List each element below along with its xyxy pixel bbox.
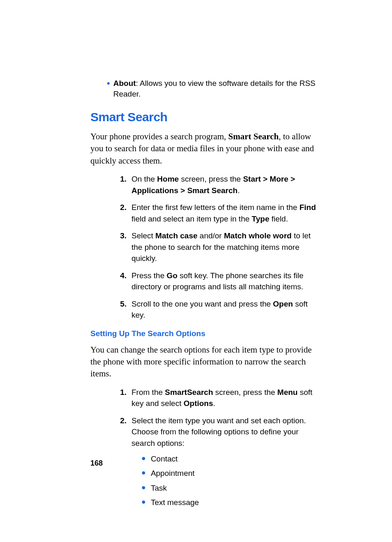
options-list: ●Contact ●Appointment ●Task ●Text messag… [131,453,318,508]
about-desc: : Allows you to view the software detail… [113,79,316,98]
intro-bold: Smart Search [228,131,279,141]
step-text: Select the item type you want and set ea… [131,415,318,512]
step-number: 3. [119,230,127,242]
step-text: Select Match case and/or Match whole wor… [131,230,318,264]
option-label: Text message [151,497,199,508]
step-number: 2. [119,415,127,427]
intro-paragraph: Your phone provides a search program, Sm… [90,131,318,167]
step-number: 5. [119,298,127,310]
document-page: • About: Allows you to view the software… [0,0,392,542]
step-number: 2. [119,202,127,213]
step-number: 4. [119,270,127,281]
step-text: Press the Go soft key. The phone searche… [131,270,318,293]
step-4: 4. Press the Go soft key. The phone sear… [119,270,318,293]
option-label: Task [151,482,167,494]
option-label: Contact [151,453,178,465]
steps-list-1: 1. On the Home screen, press the Start >… [90,173,318,321]
step-2: 2. Select the item type you want and set… [119,415,318,512]
about-bullet: • About: Allows you to view the software… [90,78,318,99]
paragraph-search-options: You can change the search options for ea… [90,344,318,380]
step-text: Scroll to the one you want and press the… [131,298,318,321]
list-item: ●Contact [141,453,318,465]
bullet-icon: ● [141,484,146,491]
bullet-icon: ● [141,454,146,462]
list-item: ●Text message [141,497,318,508]
page-number: 168 [90,458,103,468]
step-text: Enter the first few letters of the item … [131,202,318,224]
list-item: ●Appointment [141,468,318,479]
subheading-search-options: Setting Up The Search Options [90,328,318,339]
step-5: 5. Scroll to the one you want and press … [119,298,318,321]
step-text: From the SmartSearch screen, press the M… [131,387,318,409]
bullet-icon: ● [141,498,146,505]
step-text: On the Home screen, press the Start > Mo… [131,173,318,196]
intro-text-1: Your phone provides a search program, [90,131,228,141]
step-1: 1. From the SmartSearch screen, press th… [119,387,318,409]
step-3: 3. Select Match case and/or Match whole … [119,230,318,264]
bullet-icon: • [107,79,110,88]
option-label: Appointment [151,468,195,479]
step-2: 2. Enter the first few letters of the it… [119,202,318,224]
about-text: About: Allows you to view the software d… [113,78,318,99]
step-number: 1. [119,173,127,185]
steps-list-2: 1. From the SmartSearch screen, press th… [90,387,318,512]
step-number: 1. [119,387,127,398]
section-heading-smart-search: Smart Search [90,109,318,126]
list-item: ●Task [141,482,318,494]
bullet-icon: ● [141,469,146,476]
step-1: 1. On the Home screen, press the Start >… [119,173,318,196]
about-label: About [113,79,136,88]
